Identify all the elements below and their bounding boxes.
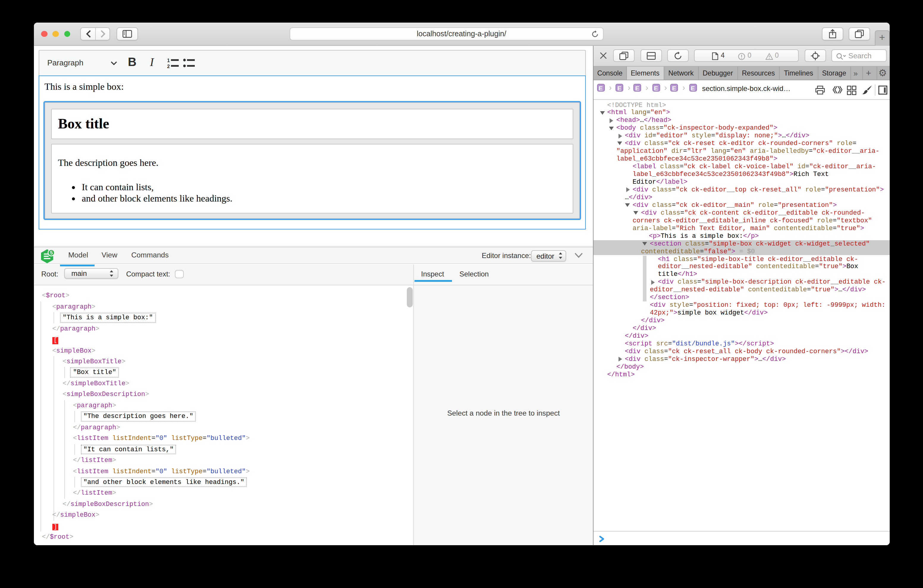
svg-text:2: 2	[167, 64, 170, 68]
svg-text:1: 1	[167, 58, 170, 63]
svg-text:5: 5	[50, 250, 53, 255]
